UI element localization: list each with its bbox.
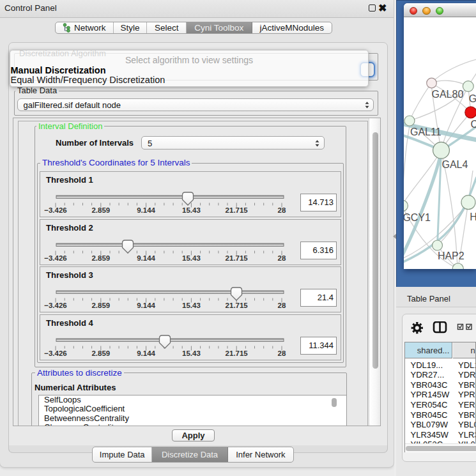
svg-text:G: G	[469, 93, 476, 104]
svg-text:28: 28	[278, 206, 286, 214]
svg-text:2.859: 2.859	[91, 206, 110, 214]
svg-text:15.43: 15.43	[182, 206, 201, 214]
svg-text:−3.426: −3.426	[44, 302, 67, 309]
svg-text:21.715: 21.715	[226, 349, 249, 357]
svg-text:H: H	[470, 211, 476, 222]
svg-text:C: C	[470, 119, 476, 130]
svg-text:15.43: 15.43	[182, 349, 201, 357]
svg-text:21.715: 21.715	[226, 206, 249, 214]
svg-text:9.144: 9.144	[137, 349, 155, 357]
svg-text:28: 28	[278, 302, 286, 309]
svg-text:9.144: 9.144	[137, 254, 155, 262]
svg-text:15.43: 15.43	[182, 254, 201, 262]
svg-text:HAP2: HAP2	[438, 250, 464, 261]
svg-text:15.43: 15.43	[182, 302, 201, 309]
svg-text:21.715: 21.715	[226, 302, 249, 309]
svg-text:9.144: 9.144	[137, 206, 155, 214]
svg-text:−3.426: −3.426	[44, 349, 67, 357]
svg-text:9.144: 9.144	[137, 302, 155, 309]
svg-text:21.715: 21.715	[226, 254, 249, 262]
svg-text:GAL11: GAL11	[410, 127, 441, 137]
svg-text:28: 28	[278, 254, 286, 262]
svg-text:GCY1: GCY1	[404, 212, 431, 223]
svg-text:2.859: 2.859	[91, 349, 110, 357]
svg-text:2.859: 2.859	[91, 254, 110, 262]
svg-text:−3.426: −3.426	[44, 254, 67, 262]
svg-text:GAL4: GAL4	[442, 159, 468, 170]
svg-text:−3.426: −3.426	[44, 206, 67, 214]
svg-text:GAL80: GAL80	[432, 89, 464, 100]
svg-text:28: 28	[278, 349, 286, 357]
svg-text:2.859: 2.859	[91, 302, 110, 309]
